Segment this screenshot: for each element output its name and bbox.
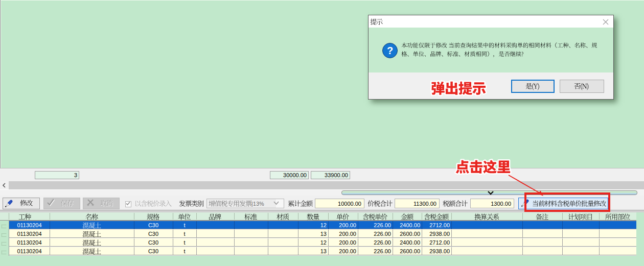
svg-text:?: ? <box>387 45 393 56</box>
